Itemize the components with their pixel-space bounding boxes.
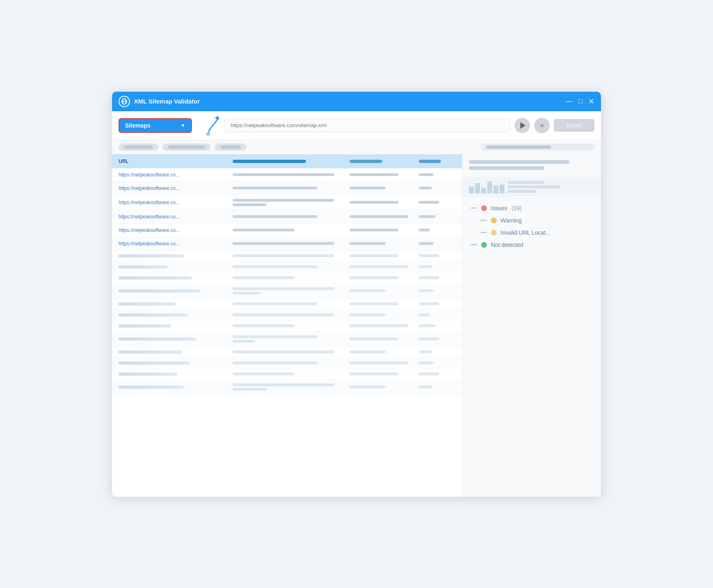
cell-col3 [350, 187, 415, 189]
panel-blur-line [469, 166, 544, 170]
table-row [112, 310, 462, 321]
cell-col3 [350, 242, 415, 245]
filter-bar [112, 140, 601, 154]
toolbar: Sitemaps ▼ ■ Export [112, 111, 601, 140]
minimize-button[interactable]: — [565, 97, 572, 106]
cell-url-blur [119, 361, 190, 365]
table-row [112, 332, 462, 347]
legend-label-issues: Issues [491, 205, 507, 211]
table-row: https://netpeaksoftware.co... [112, 210, 462, 224]
close-button[interactable]: ✕ [588, 97, 594, 106]
table-row [112, 284, 462, 299]
table-row: https://netpeaksoftware.co... [112, 182, 462, 195]
table-row [112, 273, 462, 284]
cell-url: https://netpeaksoftware.co... [119, 172, 229, 178]
export-button[interactable]: Export [554, 119, 594, 132]
legend-dot-invalid-url [491, 230, 497, 236]
col-header-3 [350, 159, 415, 164]
cell-url-blur [119, 385, 184, 389]
cell-col4 [419, 187, 456, 189]
legend-label-invalid-url: Invalid URL Locat... [501, 229, 550, 236]
table-row: https://netpeaksoftware.co... [112, 168, 462, 182]
legend-dash [471, 207, 477, 209]
table-row: https://netpeaksoftware.co... [112, 195, 462, 210]
filter-search[interactable] [480, 143, 594, 151]
legend-dot-not-detected [481, 242, 487, 248]
sitemaps-dropdown[interactable]: Sitemaps ▼ [119, 118, 192, 133]
chart-bar [493, 185, 498, 194]
chart-text-line [508, 190, 536, 193]
table-area: URL https://netpeaksoftware.co... [112, 154, 462, 497]
legend-dash [480, 220, 487, 221]
legend-dot-issues [481, 205, 487, 211]
chart-bar [481, 188, 486, 194]
cell-url-blur [119, 372, 178, 376]
cell-url-blur [119, 337, 196, 341]
cell-col4 [419, 201, 456, 204]
cell-col2 [233, 242, 345, 245]
table-row [112, 321, 462, 332]
cell-col2 [233, 229, 345, 231]
legend-item-warning: Warning [471, 217, 593, 224]
legend-dash [471, 244, 477, 245]
filter-pill-1[interactable] [119, 143, 158, 151]
cell-url-blur [119, 350, 182, 354]
table-row [112, 380, 462, 395]
panel-blur-line [469, 160, 569, 164]
cell-url-blur [119, 324, 172, 328]
cell-col4 [419, 173, 456, 176]
cell-col4 [419, 215, 456, 218]
legend-item-not-detected: Not detected [471, 242, 593, 248]
table-row: https://netpeaksoftware.co... [112, 224, 462, 237]
table-header: URL [112, 154, 462, 168]
cell-col3 [350, 229, 415, 231]
svg-point-5 [206, 132, 210, 136]
cell-url-blur [119, 313, 188, 317]
cell-col2 [233, 199, 345, 206]
sitemaps-label: Sitemaps [125, 122, 150, 129]
table-row [112, 358, 462, 369]
table-row [112, 262, 462, 273]
play-button[interactable] [515, 118, 530, 133]
app-title: XML Sitemap Validator [134, 98, 565, 105]
right-panel: Issues (39) Warning Invalid URL Locat... [462, 154, 601, 497]
cell-col3 [350, 215, 415, 218]
leaf-icon: ■ [540, 122, 544, 129]
legend-item-invalid-url: Invalid URL Locat... [471, 229, 593, 236]
chart-text-line [508, 185, 561, 188]
play-icon [520, 122, 526, 129]
app-logo [119, 96, 130, 107]
panel-header-blur [462, 154, 601, 175]
table-row [112, 369, 462, 380]
filter-pill-2[interactable] [163, 143, 211, 151]
chart-bars [469, 181, 504, 194]
chart-bar [500, 185, 504, 194]
col-header-2 [233, 159, 345, 164]
panel-chart-area [462, 177, 601, 197]
cell-col3 [350, 201, 415, 204]
legend-area: Issues (39) Warning Invalid URL Locat... [462, 199, 601, 260]
cell-col2 [233, 187, 345, 189]
table-row [112, 251, 462, 262]
cell-url-blur [119, 254, 184, 258]
app-window: XML Sitemap Validator — □ ✕ Sitemaps ▼ [112, 92, 601, 497]
cell-col3 [350, 173, 415, 176]
maximize-button[interactable]: □ [578, 97, 583, 106]
cell-url-blur [119, 302, 176, 306]
cell-col4 [419, 229, 456, 231]
window-controls: — □ ✕ [565, 97, 594, 106]
cell-url: https://netpeaksoftware.co... [119, 214, 229, 220]
chart-bar [487, 181, 492, 194]
url-input[interactable] [224, 119, 511, 132]
export-label: Export [566, 122, 582, 128]
legend-label-warning: Warning [501, 217, 522, 224]
cell-url: https://netpeaksoftware.co... [119, 241, 229, 247]
stop-button[interactable]: ■ [534, 118, 550, 133]
cell-col2 [233, 173, 345, 176]
arrow-decoration [196, 115, 220, 136]
table-row: https://netpeaksoftware.co... [112, 237, 462, 251]
cell-url-blur [119, 289, 200, 293]
cell-url-blur [119, 276, 192, 280]
filter-pill-3[interactable] [215, 143, 246, 151]
legend-item-issues: Issues (39) [471, 205, 593, 211]
